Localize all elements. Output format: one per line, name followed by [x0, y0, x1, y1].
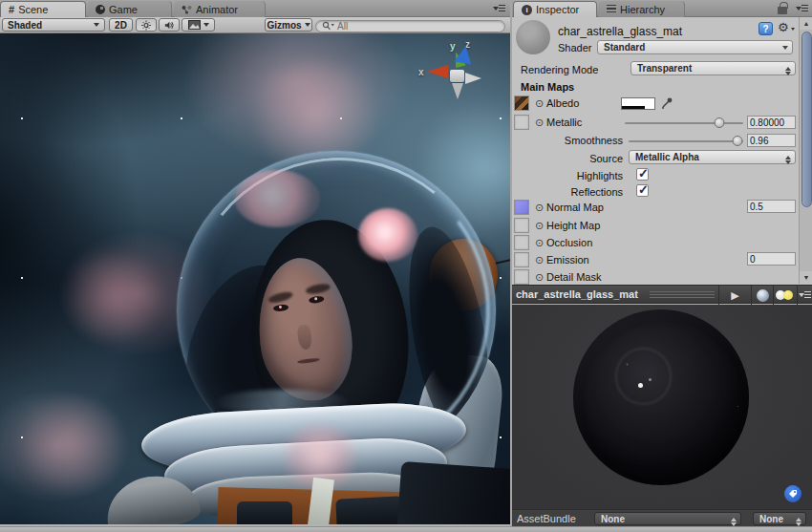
inspector-pane: i Inspector Hierarchy char_astrella_glas… [512, 0, 812, 532]
albedo-texture-slot[interactable] [514, 96, 529, 111]
axis-y-label: y [450, 41, 456, 52]
detail-mask-texture-slot[interactable] [514, 269, 529, 285]
main-maps-heading: Main Maps [521, 81, 574, 93]
axis-free-cone-right[interactable] [465, 73, 481, 84]
emission-value-field[interactable]: 0 [747, 252, 796, 266]
2d-toggle-button[interactable]: 2D [109, 18, 133, 32]
assetbundle-value: None [601, 514, 625, 524]
reflections-label: Reflections [531, 186, 623, 198]
tab-inspector-label: Inspector [536, 4, 579, 15]
face-eye [273, 304, 289, 312]
material-thumbnail[interactable] [516, 20, 550, 54]
texture-picker-icon[interactable]: ⊙ [535, 202, 544, 214]
popup-arrows-icon [785, 64, 791, 78]
lighting-toggle-button[interactable] [136, 18, 157, 32]
height-map-texture-slot[interactable] [514, 218, 529, 233]
metallic-texture-slot[interactable] [514, 115, 529, 130]
texture-picker-icon[interactable]: ⊙ [535, 254, 544, 266]
inspector-pane-menu-icon[interactable] [796, 4, 808, 13]
tab-animator[interactable]: Animator [174, 1, 266, 17]
axis-x-cone[interactable] [427, 65, 448, 78]
effects-dropdown-button[interactable] [182, 18, 215, 32]
asset-label-button[interactable] [784, 485, 801, 502]
tab-game[interactable]: Game [88, 1, 172, 17]
face-brow [267, 290, 293, 305]
search-value: All [337, 21, 348, 32]
normal-map-texture-slot[interactable] [514, 200, 529, 215]
smoothness-slider[interactable] [629, 140, 743, 142]
emission-texture-slot[interactable] [514, 252, 529, 267]
preview-mesh-toggle[interactable] [751, 286, 773, 305]
texture-picker-icon[interactable]: ⊙ [535, 220, 544, 232]
rendering-mode-dropdown[interactable]: Transparent [630, 61, 796, 75]
normal-map-value-field[interactable]: 0.5 [747, 200, 796, 213]
shader-dropdown[interactable]: Standard [597, 40, 793, 54]
albedo-color-swatch[interactable] [621, 97, 655, 110]
metallic-label: Metallic [546, 117, 582, 128]
preview-menu-button[interactable] [797, 286, 812, 305]
tab-game-label: Game [109, 4, 138, 15]
gizmo-center-cube[interactable] [450, 70, 464, 82]
audio-toggle-button[interactable] [159, 18, 180, 32]
scroll-up-arrow[interactable]: ▲ [800, 17, 812, 30]
assetbundle-label: AssetBundle [517, 513, 576, 524]
axis-free-cone-down[interactable] [452, 83, 463, 99]
metallic-slider-knob[interactable] [715, 117, 725, 128]
eyedropper-icon[interactable] [660, 96, 673, 110]
nebula-wisp [10, 396, 134, 492]
source-dropdown[interactable]: Metallic Alpha [629, 150, 796, 164]
assetbundle-bar: AssetBundle None None [512, 509, 812, 526]
scroll-down-arrow[interactable]: ▼ [800, 271, 812, 284]
tab-scene[interactable]: # Scene [0, 1, 86, 17]
scene-toolbar: Shaded 2D Gizmos [0, 17, 510, 33]
detail-mask-label: Detail Mask [546, 271, 601, 283]
preview-menu-icon [799, 290, 811, 300]
inspector-scrollbar[interactable]: ▲ ▼ [799, 17, 812, 284]
gizmos-dropdown[interactable]: Gizmos [265, 18, 312, 32]
axis-z-cone[interactable] [455, 45, 475, 65]
preview-lighting-toggle[interactable] [773, 286, 797, 305]
metallic-value-field[interactable]: 0.80000 [747, 116, 796, 129]
gear-icon[interactable]: ⚙ [778, 20, 789, 34]
nebula-wisp [57, 253, 172, 339]
tab-hierarchy[interactable]: Hierarchy [599, 1, 685, 17]
chevron-down-icon [203, 23, 209, 30]
source-value: Metallic Alpha [635, 152, 699, 162]
material-preview-area[interactable] [512, 305, 812, 509]
face-mouth [297, 357, 320, 364]
texture-picker-icon[interactable]: ⊙ [535, 237, 544, 249]
tab-inspector[interactable]: i Inspector [513, 1, 597, 17]
inspector-tabbar: i Inspector Hierarchy [512, 0, 812, 17]
orientation-gizmo[interactable]: x y z ‹ Persp [416, 38, 502, 138]
texture-picker-icon[interactable]: ⊙ [535, 271, 544, 284]
shading-mode-dropdown[interactable]: Shaded [2, 18, 105, 32]
scene-viewport[interactable]: x y z ‹ Persp [0, 33, 510, 524]
texture-picker-icon[interactable]: ⊙ [535, 97, 544, 110]
preview-drag-handle[interactable] [650, 291, 715, 299]
metallic-slider[interactable] [625, 122, 743, 124]
highlights-checkbox[interactable]: ✓ [636, 168, 649, 181]
checkmark-icon: ✓ [638, 182, 649, 197]
scrollbar-thumb[interactable] [801, 32, 812, 207]
scene-grid-icon: # [9, 4, 14, 15]
assetbundle-dropdown[interactable]: None [594, 512, 741, 525]
help-icon[interactable]: ? [759, 22, 773, 35]
smoothness-value-field[interactable]: 0.96 [747, 134, 796, 147]
highlights-label: Highlights [531, 170, 623, 181]
left-pane-menu-icon[interactable] [493, 4, 505, 13]
info-icon: i [522, 5, 532, 15]
smoothness-slider-knob[interactable] [733, 136, 743, 146]
chevron-down-icon [94, 23, 99, 30]
preview-play-button[interactable]: ▶ [718, 286, 751, 305]
lock-icon[interactable] [778, 7, 787, 14]
preview-title: char_astrella_glass_mat [516, 288, 638, 300]
preview-header[interactable]: char_astrella_glass_mat ▶ [512, 285, 812, 304]
assetbundle-variant-dropdown[interactable]: None [753, 512, 806, 525]
speaker-icon [164, 20, 174, 31]
texture-picker-icon[interactable]: ⊙ [535, 117, 544, 129]
occlusion-texture-slot[interactable] [514, 235, 529, 250]
preview-sphere[interactable] [573, 309, 749, 485]
scene-search-input[interactable]: All [315, 20, 505, 32]
reflections-checkbox[interactable]: ✓ [636, 184, 649, 197]
albedo-label: Albedo [546, 97, 579, 109]
